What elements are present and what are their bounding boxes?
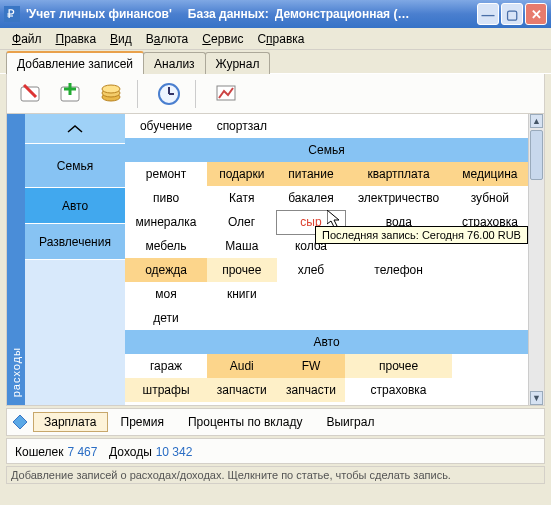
cell[interactable]: ремонт <box>125 162 207 186</box>
svg-point-9 <box>102 85 120 93</box>
auto-header: Авто <box>125 330 528 354</box>
income-won[interactable]: Выиграл <box>315 412 385 432</box>
tool-coins[interactable] <box>95 78 127 110</box>
cell[interactable]: минералка <box>125 210 207 234</box>
status-bar: Добавление записей о расходах/доходах. Щ… <box>6 466 545 484</box>
cell[interactable]: подарки <box>207 162 276 186</box>
side-column: Семья Авто Развлечения <box>25 114 125 405</box>
income-salary[interactable]: Зарплата <box>33 412 108 432</box>
cell[interactable]: FW <box>277 354 346 378</box>
scroll-thumb[interactable] <box>530 130 543 180</box>
cell[interactable]: Олег <box>207 210 276 234</box>
side-up[interactable] <box>25 114 125 144</box>
side-family[interactable]: Семья <box>25 144 125 188</box>
cell[interactable]: зубной <box>452 186 528 210</box>
family-header: Семья <box>125 138 528 162</box>
cell[interactable]: медицина <box>452 162 528 186</box>
cell[interactable]: одежда <box>125 258 207 282</box>
cell[interactable]: гараж <box>125 354 207 378</box>
cell[interactable]: электричество <box>345 186 451 210</box>
scroll-up-icon[interactable]: ▲ <box>530 114 543 128</box>
toolbar-sep <box>137 80 143 108</box>
tab-analysis[interactable]: Анализ <box>143 52 206 74</box>
cell[interactable]: питание <box>277 162 346 186</box>
menu-service[interactable]: Сервис <box>196 30 249 48</box>
cell[interactable]: страховка <box>345 378 451 402</box>
tab-journal[interactable]: Журнал <box>205 52 271 74</box>
app-title: 'Учет личных финансов' <box>26 7 172 21</box>
cell[interactable]: книги <box>207 282 276 306</box>
cell[interactable]: дети <box>125 306 207 330</box>
cell[interactable]: прочее <box>345 354 451 378</box>
close-button[interactable]: ✕ <box>525 3 547 25</box>
cell[interactable]: штрафы <box>125 378 207 402</box>
income-bonus[interactable]: Премия <box>110 412 175 432</box>
cell[interactable]: моя <box>125 282 207 306</box>
maximize-button[interactable]: ▢ <box>501 3 523 25</box>
side-auto[interactable]: Авто <box>25 188 125 224</box>
tool-delete[interactable] <box>15 78 47 110</box>
cell[interactable]: прочее <box>207 258 276 282</box>
cell[interactable]: телефон <box>345 258 451 282</box>
cell[interactable]: запчасти <box>277 378 346 402</box>
cell[interactable]: Катя <box>207 186 276 210</box>
svg-text:₽: ₽ <box>7 7 15 21</box>
app-icon: ₽ <box>4 6 20 22</box>
cell[interactable]: квартплата <box>345 162 451 186</box>
cell[interactable]: Маша <box>207 234 276 258</box>
cell[interactable]: мебель <box>125 234 207 258</box>
toolbar <box>6 74 545 114</box>
income-value: 10 342 <box>156 445 193 459</box>
titlebar: ₽ 'Учет личных финансов' База данных: Де… <box>0 0 551 28</box>
tool-add[interactable] <box>55 78 87 110</box>
wallet-value: 7 467 <box>67 445 97 459</box>
main-area: расходы Семья Авто Развлечения обучениес… <box>6 114 545 406</box>
cell[interactable]: обучение <box>125 114 207 138</box>
cell[interactable]: запчасти <box>207 378 276 402</box>
menu-edit[interactable]: Правка <box>50 30 103 48</box>
tool-clock[interactable] <box>153 78 185 110</box>
cell[interactable]: спортзал <box>207 114 276 138</box>
menubar: ФФайлайл Правка Вид Валюта Сервис Справк… <box>0 28 551 50</box>
income-label: Доходы <box>109 445 152 459</box>
side-fun[interactable]: Развлечения <box>25 224 125 260</box>
cell[interactable]: пиво <box>125 186 207 210</box>
wallet-label: Кошелек <box>15 445 64 459</box>
menu-help[interactable]: Справка <box>251 30 310 48</box>
minimize-button[interactable]: — <box>477 3 499 25</box>
scroll-down-icon[interactable]: ▼ <box>530 391 543 405</box>
cell[interactable]: хлеб <box>277 258 346 282</box>
income-bar: Зарплата Премия Проценты по вкладу Выигр… <box>6 408 545 436</box>
cell[interactable]: бакалея <box>277 186 346 210</box>
tabs: Добавление записей Анализ Журнал <box>0 50 551 74</box>
tool-chart[interactable] <box>211 78 243 110</box>
income-interest[interactable]: Проценты по вкладу <box>177 412 313 432</box>
grid-area: обучениеспортзал Семья ремонтподаркипита… <box>125 114 528 405</box>
menu-file[interactable]: ФФайлайл <box>6 30 48 48</box>
diamond-icon <box>13 415 27 429</box>
scrollbar[interactable]: ▲ ▼ <box>528 114 544 405</box>
left-rail-label: расходы <box>10 347 22 397</box>
left-rail: расходы <box>7 114 25 405</box>
tooltip: Последняя запись: Сегодня 76.00 RUB <box>315 226 528 244</box>
tab-add[interactable]: Добавление записей <box>6 51 144 74</box>
db-label: База данных: <box>188 7 269 21</box>
menu-view[interactable]: Вид <box>104 30 138 48</box>
db-value: Демонстрационная (… <box>275 7 477 21</box>
cell[interactable]: Audi <box>207 354 276 378</box>
toolbar-sep2 <box>195 80 201 108</box>
menu-currency[interactable]: Валюта <box>140 30 194 48</box>
side-empty <box>25 260 125 405</box>
summary-bar: Кошелек 7 467 Доходы 10 342 <box>6 438 545 464</box>
